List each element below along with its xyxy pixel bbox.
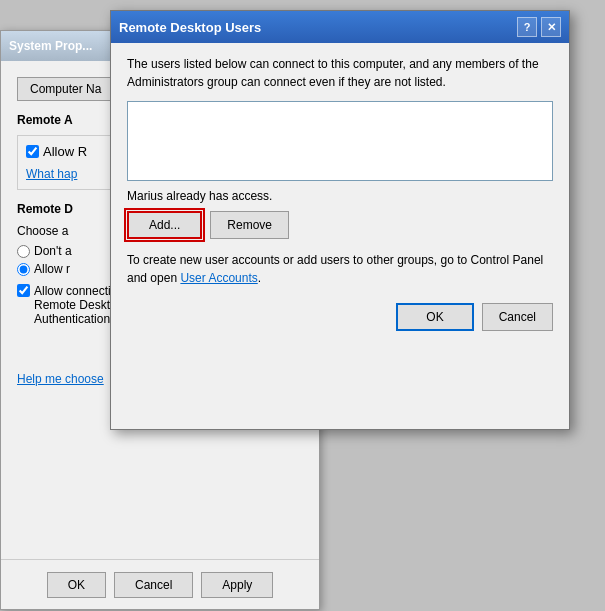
remove-button[interactable]: Remove bbox=[210, 211, 289, 239]
help-titlebar-button[interactable]: ? bbox=[517, 17, 537, 37]
add-button[interactable]: Add... bbox=[127, 211, 202, 239]
dialog-ok-button[interactable]: OK bbox=[396, 303, 473, 331]
dialog-ok-cancel: OK Cancel bbox=[127, 303, 553, 331]
allow-ra-checkbox[interactable] bbox=[26, 145, 39, 158]
dialog-cancel-button[interactable]: Cancel bbox=[482, 303, 553, 331]
sys-cancel-button[interactable]: Cancel bbox=[114, 572, 193, 598]
close-titlebar-button[interactable]: ✕ bbox=[541, 17, 561, 37]
allow-label: Allow r bbox=[34, 262, 70, 276]
user-accounts-link[interactable]: User Accounts bbox=[180, 271, 257, 285]
dont-allow-radio[interactable] bbox=[17, 245, 30, 258]
sys-ok-button[interactable]: OK bbox=[47, 572, 106, 598]
nla-checkbox[interactable] bbox=[17, 284, 30, 297]
allow-radio[interactable] bbox=[17, 263, 30, 276]
dialog-body: The users listed below can connect to th… bbox=[111, 43, 569, 343]
remote-desktop-users-dialog: Remote Desktop Users ? ✕ The users liste… bbox=[110, 10, 570, 430]
titlebar-controls: ? ✕ bbox=[517, 17, 561, 37]
users-listbox[interactable] bbox=[127, 101, 553, 181]
dialog-description: The users listed below can connect to th… bbox=[127, 55, 553, 91]
dialog-titlebar: Remote Desktop Users ? ✕ bbox=[111, 11, 569, 43]
add-remove-row: Add... Remove bbox=[127, 211, 553, 239]
apply-button[interactable]: Apply bbox=[201, 572, 273, 598]
system-props-bottom: OK Cancel Apply bbox=[1, 559, 319, 609]
allow-ra-label: Allow R bbox=[43, 144, 87, 159]
dont-allow-label: Don't a bbox=[34, 244, 72, 258]
access-info: Marius already has access. bbox=[127, 189, 553, 203]
control-panel-text: To create new user accounts or add users… bbox=[127, 251, 553, 287]
dialog-title: Remote Desktop Users bbox=[119, 20, 261, 35]
bg-title: System Prop... bbox=[9, 39, 92, 53]
tab-computer-name[interactable]: Computer Na bbox=[17, 77, 114, 100]
